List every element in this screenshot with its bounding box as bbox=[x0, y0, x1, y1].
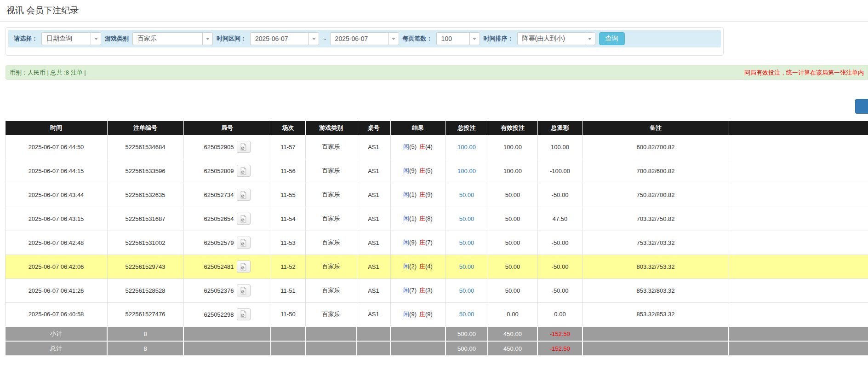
column-header-10: 备注 bbox=[582, 121, 729, 135]
total-bet-link[interactable]: 50.00 bbox=[459, 239, 474, 246]
cell-payout: -50.00 bbox=[537, 183, 582, 207]
column-header-3: 场次 bbox=[271, 121, 305, 135]
column-header-7: 总投注 bbox=[445, 121, 488, 135]
cell-valid-bet: 100.00 bbox=[488, 159, 537, 183]
cell-result: 闲(9)庄(7) bbox=[390, 231, 445, 255]
date-from-value: 2025-06-07 bbox=[255, 35, 288, 42]
cell-remark: 803.32/753.32 bbox=[582, 255, 729, 278]
cell-time: 2025-06-07 06:44:15 bbox=[5, 159, 107, 183]
cell-valid-bet: 50.00 bbox=[488, 207, 537, 231]
video-replay-button[interactable] bbox=[237, 308, 251, 320]
date-to-select[interactable]: 2025-06-07 bbox=[330, 32, 399, 45]
game-type-value: 百家乐 bbox=[137, 35, 157, 43]
total-bet-link[interactable]: 100.00 bbox=[457, 144, 476, 151]
table-row: 2025-06-07 06:42:06 522561529743 6250524… bbox=[5, 255, 868, 278]
result-banker: 庄 bbox=[419, 239, 425, 246]
summary-total-bet: 500.00 bbox=[445, 341, 488, 356]
video-replay-button[interactable] bbox=[237, 237, 251, 249]
result-player: 闲 bbox=[403, 191, 409, 198]
video-replay-button[interactable] bbox=[237, 165, 251, 177]
cell-remark: 600.82/700.82 bbox=[582, 135, 729, 159]
cell-round: 625052579 bbox=[183, 231, 271, 255]
time-sort-select[interactable]: 降幂(由大到小) bbox=[517, 32, 595, 45]
video-replay-icon bbox=[240, 143, 247, 151]
date-from-select[interactable]: 2025-06-07 bbox=[250, 32, 319, 45]
cell-time: 2025-06-07 06:43:15 bbox=[5, 207, 107, 231]
cell-payout: 47.50 bbox=[537, 207, 582, 231]
result-banker: 庄 bbox=[419, 143, 425, 150]
cell-total-bet: 50.00 bbox=[445, 207, 488, 231]
result-player-score: (9) bbox=[409, 239, 417, 246]
total-bet-link[interactable]: 50.00 bbox=[459, 263, 474, 270]
round-number: 625052376 bbox=[204, 287, 234, 294]
video-replay-icon bbox=[240, 191, 247, 199]
summary-count: 8 bbox=[107, 341, 183, 356]
total-bet-link[interactable]: 50.00 bbox=[459, 311, 474, 318]
query-button[interactable]: 查询 bbox=[599, 32, 625, 45]
total-bet-link[interactable]: 50.00 bbox=[459, 287, 474, 294]
cell-valid-bet: 50.00 bbox=[488, 231, 537, 255]
query-type-select[interactable]: 日期查询 bbox=[41, 32, 101, 45]
total-bet-link[interactable]: 50.00 bbox=[459, 215, 474, 222]
video-replay-icon bbox=[240, 167, 247, 175]
cell-game-type: 百家乐 bbox=[305, 231, 357, 255]
cell-game-type: 百家乐 bbox=[305, 159, 357, 183]
toolbar-row bbox=[0, 99, 868, 114]
cell-game-type: 百家乐 bbox=[305, 302, 357, 326]
result-player: 闲 bbox=[403, 143, 409, 150]
page-size-select[interactable]: 100 bbox=[436, 32, 480, 45]
round-number: 625052298 bbox=[204, 311, 234, 318]
video-replay-button[interactable] bbox=[237, 284, 251, 296]
table-row: 2025-06-07 06:42:48 522561531002 6250525… bbox=[5, 231, 868, 255]
cell-remark: 853.32/853.32 bbox=[582, 302, 729, 326]
cell-round: 625052654 bbox=[183, 207, 271, 231]
round-number: 625052579 bbox=[204, 239, 234, 246]
column-header-4: 游戏类别 bbox=[305, 121, 357, 135]
chevron-down-icon bbox=[308, 33, 319, 45]
cell-remark: 703.32/750.82 bbox=[582, 207, 729, 231]
cell-total-bet: 100.00 bbox=[445, 159, 488, 183]
result-player-score: (1) bbox=[409, 191, 417, 198]
summary-label: 总计 bbox=[5, 341, 107, 356]
cell-result: 闲(2)庄(4) bbox=[390, 255, 445, 278]
table-header: 时间注单编号局号场次游戏类别桌号结果总投注有效投注总派彩备注 bbox=[5, 121, 868, 135]
currency-total-text: 币别：人民币 | 总共 :8 注单 | bbox=[10, 69, 86, 77]
cell-remark: 700.82/600.82 bbox=[582, 159, 729, 183]
result-player: 闲 bbox=[403, 215, 409, 222]
video-replay-button[interactable] bbox=[237, 189, 251, 201]
cell-bet-id: 522561531002 bbox=[107, 231, 183, 255]
video-replay-button[interactable] bbox=[237, 141, 251, 153]
cell-valid-bet: 50.00 bbox=[488, 183, 537, 207]
game-type-select[interactable]: 百家乐 bbox=[132, 32, 213, 45]
cell-result: 闲(9)庄(5) bbox=[390, 159, 445, 183]
result-banker-score: (9) bbox=[425, 191, 433, 198]
result-player: 闲 bbox=[403, 287, 409, 294]
total-bet-link[interactable]: 50.00 bbox=[459, 191, 474, 198]
table-row: 2025-06-07 06:40:58 522561527476 6250522… bbox=[5, 302, 868, 326]
cell-table-no: AS1 bbox=[357, 278, 390, 302]
result-player: 闲 bbox=[403, 311, 409, 318]
cell-time: 2025-06-07 06:40:58 bbox=[5, 302, 107, 326]
round-number: 625052734 bbox=[204, 191, 234, 198]
summary-valid-bet: 450.00 bbox=[488, 326, 537, 341]
query-type-value: 日期查询 bbox=[46, 35, 72, 43]
cell-remark: 853.32/803.32 bbox=[582, 278, 729, 302]
partial-button-right-edge[interactable] bbox=[855, 99, 868, 114]
page-size-label: 每页笔数： bbox=[403, 35, 433, 43]
summary-bar: 币别：人民币 | 总共 :8 注单 | 同局有效投注，统一计算在该局第一张注单内 bbox=[6, 65, 868, 80]
cell-remark: 750.82/700.82 bbox=[582, 183, 729, 207]
video-replay-button[interactable] bbox=[237, 261, 251, 273]
cell-time: 2025-06-07 06:43:44 bbox=[5, 183, 107, 207]
cell-session: 11-52 bbox=[271, 255, 305, 278]
summary-total-bet: 500.00 bbox=[445, 326, 488, 341]
cell-game-type: 百家乐 bbox=[305, 278, 357, 302]
total-bet-link[interactable]: 100.00 bbox=[457, 168, 476, 174]
chevron-down-icon bbox=[469, 33, 480, 45]
cell-table-no: AS1 bbox=[357, 302, 390, 326]
cell-bet-id: 522561533596 bbox=[107, 159, 183, 183]
cell-total-bet: 100.00 bbox=[445, 135, 488, 159]
result-player: 闲 bbox=[403, 263, 409, 270]
cell-bet-id: 522561531687 bbox=[107, 207, 183, 231]
summary-row: 总计 8 500.00 450.00 -152.50 bbox=[5, 341, 868, 356]
video-replay-button[interactable] bbox=[237, 213, 251, 225]
